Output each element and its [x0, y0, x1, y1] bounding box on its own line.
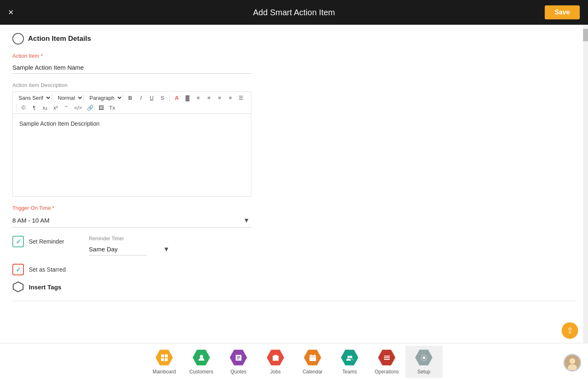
- operations-label: Operations: [375, 369, 399, 375]
- set-reminder-checkbox[interactable]: ✓: [12, 236, 24, 247]
- svg-rect-18: [384, 357, 390, 358]
- editor-content: Sample Action Item Description: [19, 120, 100, 127]
- paragraph-mark-button[interactable]: ¶: [30, 104, 39, 112]
- image-button[interactable]: 🖼: [97, 104, 106, 112]
- svg-point-22: [569, 358, 575, 364]
- reminder-timer-label: Reminder Timer: [89, 236, 171, 242]
- nav-item-quotes[interactable]: Quotes: [220, 346, 257, 378]
- setup-icon: [415, 349, 433, 366]
- editor-body[interactable]: Sample Action Item Description: [13, 114, 251, 196]
- close-button[interactable]: ×: [8, 8, 14, 17]
- set-as-starred-row: ✓ Set as Starred: [12, 264, 576, 275]
- quotes-icon: [230, 349, 247, 366]
- clear-format-button[interactable]: Tx: [108, 104, 117, 112]
- page-title: Add Smart Action Item: [253, 8, 335, 17]
- jobs-label: Jobs: [270, 369, 281, 375]
- full-justify-button[interactable]: ☰: [237, 94, 246, 102]
- nav-item-setup[interactable]: Setup: [405, 346, 443, 378]
- jobs-icon: [267, 349, 284, 366]
- section-header: Action Item Details: [12, 33, 576, 45]
- code-button[interactable]: </>: [73, 104, 84, 112]
- svg-marker-0: [13, 282, 23, 292]
- customers-icon: [193, 349, 210, 366]
- set-as-starred-check-icon: ✓: [16, 266, 21, 274]
- svg-rect-17: [384, 356, 390, 357]
- reminder-row: ✓ Set Reminder Reminder Timer Same Day ▼: [12, 236, 576, 256]
- link-button[interactable]: 🔗: [85, 104, 95, 112]
- insert-tags-icon: [12, 281, 24, 293]
- teams-label: Teams: [342, 369, 357, 375]
- calendar-label: Calendar: [302, 369, 323, 375]
- bottom-nav: Mainboard Customers Quotes Jobs Calendar…: [0, 343, 588, 380]
- svg-rect-1: [161, 354, 164, 357]
- section-title: Action Item Details: [28, 35, 91, 43]
- reminder-timer-arrow-icon: ▼: [163, 246, 170, 253]
- set-as-starred-label: Set as Starred: [29, 266, 66, 273]
- nav-item-customers[interactable]: Customers: [183, 346, 220, 378]
- set-reminder-label: Set Reminder: [29, 238, 64, 245]
- avatar-image: [565, 355, 580, 370]
- align-center-button[interactable]: ≡: [204, 94, 213, 102]
- calendar-icon: [304, 349, 321, 366]
- scrollbar-thumb: [583, 29, 588, 41]
- set-as-starred-checkbox[interactable]: ✓: [12, 264, 24, 275]
- main-content: Action Item Details Action Item * Action…: [0, 25, 588, 343]
- right-scrollbar: [583, 25, 588, 343]
- special-char-button[interactable]: ©: [19, 104, 28, 112]
- nav-item-calendar[interactable]: Calendar: [294, 346, 331, 378]
- description-label: Action Item Description: [12, 82, 251, 88]
- svg-point-16: [350, 356, 352, 358]
- trigger-select-wrapper: 8 AM - 10 AM ▼: [12, 213, 251, 228]
- insert-tags-row[interactable]: Insert Tags: [12, 281, 576, 293]
- quotes-label: Quotes: [230, 369, 246, 375]
- operations-icon: [378, 349, 396, 366]
- set-reminder-check-icon: ✓: [16, 238, 21, 246]
- font-family-select[interactable]: Sans Serif: [15, 94, 52, 102]
- set-reminder-group: ✓ Set Reminder: [12, 236, 64, 247]
- nav-item-teams[interactable]: Teams: [331, 346, 368, 378]
- svg-rect-11: [309, 355, 316, 361]
- italic-button[interactable]: I: [136, 94, 145, 102]
- paragraph-select[interactable]: Paragraph: [86, 94, 123, 102]
- section-icon: [12, 33, 24, 45]
- action-item-input[interactable]: [12, 61, 251, 74]
- trigger-label: Trigger On Time *: [12, 205, 251, 211]
- svg-rect-4: [165, 358, 168, 361]
- svg-point-15: [347, 356, 350, 358]
- strikethrough-button[interactable]: S: [158, 94, 167, 102]
- save-button[interactable]: Save: [545, 5, 580, 19]
- subscript-button[interactable]: x₂: [40, 104, 49, 112]
- font-size-select[interactable]: Normal: [54, 94, 84, 102]
- font-color-button[interactable]: A: [172, 94, 181, 102]
- svg-rect-19: [384, 359, 390, 360]
- scroll-up-button[interactable]: ⇧: [562, 322, 578, 339]
- trigger-select[interactable]: 8 AM - 10 AM: [12, 213, 251, 228]
- insert-tags-label: Insert Tags: [29, 284, 61, 291]
- action-item-label: Action Item *: [12, 53, 251, 59]
- quote-button[interactable]: ": [62, 104, 71, 112]
- action-item-field-group: Action Item *: [12, 53, 251, 74]
- svg-point-20: [423, 357, 425, 359]
- nav-item-mainboard[interactable]: Mainboard: [146, 346, 183, 378]
- highlight-button[interactable]: ▓: [183, 94, 192, 102]
- toolbar-divider-2: [16, 104, 16, 112]
- align-right-button[interactable]: ≡: [215, 94, 224, 102]
- svg-rect-3: [161, 358, 164, 361]
- nav-item-jobs[interactable]: Jobs: [257, 346, 294, 378]
- justify-button[interactable]: ≡: [226, 94, 235, 102]
- setup-label: Setup: [417, 369, 430, 375]
- bottom-divider: [12, 301, 576, 301]
- reminder-timer-select-wrapper: Same Day ▼: [89, 243, 171, 256]
- svg-point-5: [200, 355, 203, 358]
- nav-item-operations[interactable]: Operations: [368, 346, 405, 378]
- bold-button[interactable]: B: [126, 94, 135, 102]
- underline-button[interactable]: U: [147, 94, 156, 102]
- superscript-button[interactable]: x²: [51, 104, 60, 112]
- customers-label: Customers: [189, 369, 213, 375]
- align-left-button[interactable]: ≡: [194, 94, 203, 102]
- trigger-on-time-group: Trigger On Time * 8 AM - 10 AM ▼: [12, 205, 251, 228]
- rich-text-editor: Sans Serif Normal Paragraph B I U S A ▓ …: [12, 91, 251, 197]
- avatar[interactable]: [563, 354, 581, 372]
- reminder-timer-select[interactable]: Same Day: [89, 243, 147, 256]
- svg-rect-2: [165, 354, 168, 357]
